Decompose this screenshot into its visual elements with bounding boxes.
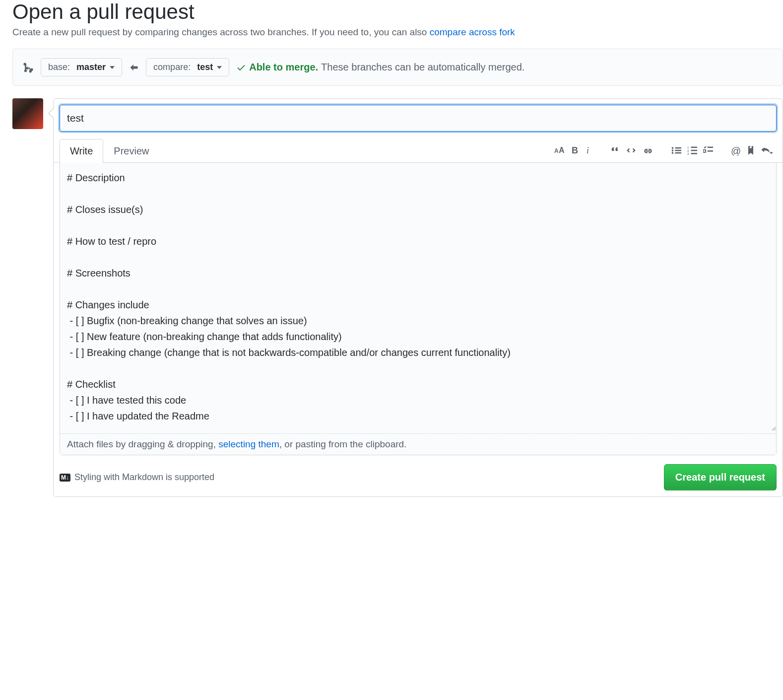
markdown-hint[interactable]: M↓ Styling with Markdown is supported	[60, 472, 214, 483]
merge-ok-text: Able to merge.	[249, 62, 318, 73]
attach-hint[interactable]: Attach files by dragging & dropping, sel…	[60, 433, 776, 455]
svg-rect-7	[675, 150, 682, 151]
svg-text:3: 3	[687, 152, 689, 155]
check-icon	[236, 63, 246, 72]
svg-rect-13	[691, 150, 698, 151]
svg-rect-16	[708, 147, 713, 148]
quote-icon[interactable]	[610, 145, 620, 155]
page-title: Open a pull request	[12, 0, 783, 24]
svg-text:A: A	[559, 146, 564, 155]
compare-label: compare:	[153, 62, 191, 72]
merge-desc-text: These branches can be automatically merg…	[321, 62, 524, 73]
compare-forks-link[interactable]: compare across fork	[430, 27, 515, 37]
compare-bar: base: master compare: test Able to merge…	[12, 49, 783, 86]
svg-rect-18	[708, 150, 713, 152]
arrow-left-icon	[129, 63, 139, 72]
svg-point-4	[672, 147, 674, 149]
base-branch: master	[76, 62, 106, 72]
bullet-list-icon[interactable]	[671, 145, 681, 155]
bookmark-icon[interactable]	[747, 145, 755, 155]
compare-branch-button[interactable]: compare: test	[146, 58, 229, 76]
page-subtitle: Create a new pull request by comparing c…	[12, 27, 783, 38]
form-footer: M↓ Styling with Markdown is supported Cr…	[60, 464, 777, 490]
italic-icon[interactable]: i	[585, 145, 592, 155]
git-compare-icon	[23, 62, 34, 73]
bold-icon[interactable]: B	[571, 145, 579, 155]
svg-rect-17	[703, 150, 706, 152]
attach-prefix: Attach files by dragging & dropping,	[67, 439, 218, 449]
reply-icon[interactable]	[761, 145, 773, 155]
compare-branch: test	[197, 62, 213, 72]
pr-title-input[interactable]	[60, 105, 777, 132]
svg-text:B: B	[572, 145, 578, 155]
task-list-icon[interactable]	[703, 145, 713, 155]
svg-text:A: A	[554, 148, 559, 155]
pr-body-textarea[interactable]	[60, 163, 776, 431]
link-icon[interactable]	[643, 145, 653, 155]
svg-text:i: i	[587, 145, 589, 155]
merge-status: Able to merge. These branches can be aut…	[236, 62, 524, 73]
svg-rect-11	[691, 147, 698, 148]
svg-point-8	[672, 152, 674, 154]
mention-icon[interactable]: @	[731, 145, 741, 155]
svg-rect-15	[691, 153, 698, 154]
editor-tabs: Write Preview AA B i 123	[54, 139, 783, 163]
pr-form: Write Preview AA B i 123	[53, 98, 783, 497]
create-pr-button[interactable]: Create pull request	[664, 464, 777, 490]
heading-icon[interactable]: AA	[554, 145, 565, 155]
tab-write[interactable]: Write	[60, 139, 103, 163]
markdown-icon: M↓	[60, 474, 70, 482]
code-icon[interactable]	[626, 145, 637, 155]
numbered-list-icon[interactable]: 123	[687, 145, 697, 155]
markdown-hint-text: Styling with Markdown is supported	[74, 472, 214, 483]
svg-point-6	[672, 149, 674, 151]
avatar	[12, 98, 43, 129]
subtitle-text: Create a new pull request by comparing c…	[12, 27, 430, 37]
svg-text:@: @	[731, 145, 741, 155]
svg-rect-9	[675, 152, 682, 154]
svg-rect-5	[675, 147, 682, 149]
body-container: Attach files by dragging & dropping, sel…	[60, 163, 777, 455]
base-label: base:	[48, 62, 70, 72]
attach-select-link[interactable]: selecting them	[218, 439, 279, 449]
tab-preview[interactable]: Preview	[103, 139, 159, 163]
chevron-down-icon	[217, 66, 222, 69]
base-branch-button[interactable]: base: master	[41, 58, 122, 76]
attach-suffix: , or pasting from the clipboard.	[279, 439, 407, 449]
markdown-toolbar: AA B i 123 @	[554, 145, 777, 155]
chevron-down-icon	[110, 66, 115, 69]
